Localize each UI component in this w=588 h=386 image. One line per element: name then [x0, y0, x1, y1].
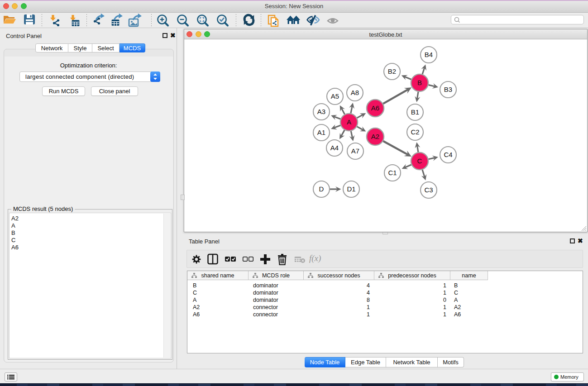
svg-text:C1: C1: [388, 169, 397, 176]
svg-text:D1: D1: [347, 185, 355, 193]
svg-text:A6: A6: [371, 104, 379, 112]
svg-text:B2: B2: [388, 67, 396, 75]
svg-text:C4: C4: [444, 151, 452, 158]
svg-text:A4: A4: [330, 144, 339, 152]
svg-text:A8: A8: [351, 89, 359, 96]
svg-text:B: B: [417, 79, 422, 86]
svg-text:C3: C3: [424, 186, 433, 194]
svg-text:A: A: [347, 118, 351, 126]
svg-text:C2: C2: [411, 128, 419, 136]
svg-text:D: D: [319, 185, 324, 193]
svg-text:A5: A5: [331, 92, 339, 100]
svg-text:A7: A7: [351, 147, 359, 155]
svg-text:B4: B4: [425, 51, 433, 58]
svg-text:B1: B1: [411, 108, 419, 116]
svg-text:A2: A2: [371, 133, 379, 140]
svg-text:C: C: [417, 157, 422, 165]
svg-text:A3: A3: [317, 108, 325, 115]
svg-text:B3: B3: [444, 86, 452, 93]
svg-text:A1: A1: [317, 129, 325, 136]
